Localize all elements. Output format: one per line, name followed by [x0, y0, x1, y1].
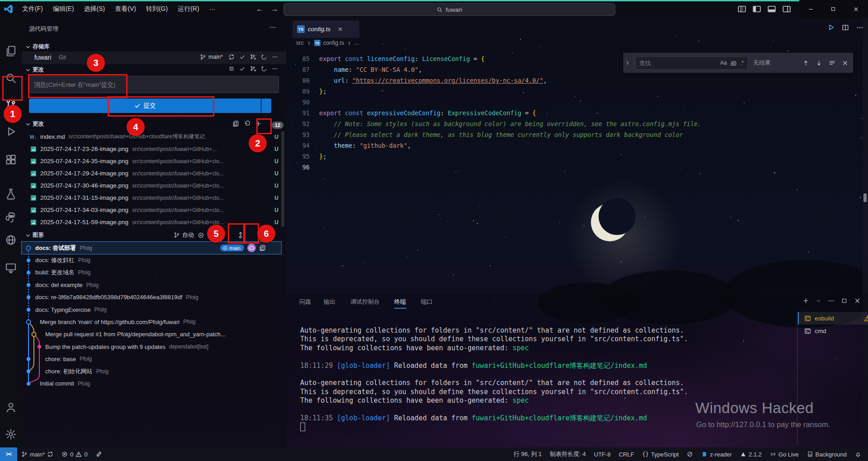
- rocket-status[interactable]: [92, 447, 106, 461]
- sidebar-scrollbar[interactable]: [281, 131, 284, 227]
- branch-icon[interactable]: [200, 54, 206, 60]
- files-icon[interactable]: [5, 45, 17, 57]
- section-repositories[interactable]: 存储库: [25, 43, 50, 51]
- close-icon[interactable]: [854, 297, 861, 304]
- encoding[interactable]: UTF-8: [590, 447, 615, 461]
- file-row-2025-07-24-17-31-15-image.png[interactable]: 2025-07-24-17-31-15-image.pngsrc\content…: [22, 192, 286, 204]
- activity-item-scm[interactable]: 12: [0, 94, 22, 115]
- file-row-2025-07-24-17-34-03-image.png[interactable]: 2025-07-24-17-34-03-image.pngsrc\content…: [22, 204, 286, 216]
- rocket-icon[interactable]: [96, 451, 102, 457]
- commit-dropdown-button[interactable]: [261, 99, 271, 113]
- commit-row-8[interactable]: Bump the patch-updates group with 9 upda…: [22, 340, 286, 353]
- activity-item-globe[interactable]: [0, 230, 22, 250]
- commit-row-7[interactable]: Merge pull request #1 from Pfolg/dependa…: [22, 328, 286, 340]
- go-live[interactable]: Go Live: [766, 447, 803, 461]
- commit-button[interactable]: 提交: [29, 99, 261, 113]
- terminal-instance-cmd[interactable]: cmd: [798, 325, 868, 337]
- branch-plus-icon[interactable]: [250, 66, 256, 72]
- menu-item-4[interactable]: 转到(G): [141, 3, 173, 15]
- commit-row-4[interactable]: docs: re-3f6b7a98428dfb05398d79b4024646e…: [22, 291, 286, 303]
- nav-forward-icon[interactable]: →: [271, 5, 278, 14]
- bell-icon[interactable]: [855, 451, 861, 457]
- refresh-icon[interactable]: [261, 66, 267, 72]
- activity-item-account[interactable]: [0, 397, 22, 418]
- diff-multiple-icon[interactable]: [259, 245, 266, 251]
- chevron-down-icon[interactable]: [816, 298, 821, 303]
- warning-icon[interactable]: [75, 451, 82, 457]
- branch-badge-main[interactable]: main: [220, 245, 244, 251]
- remote-indicator[interactable]: ><: [0, 447, 17, 461]
- language-mode[interactable]: {}TypeScript: [638, 447, 683, 461]
- breadcrumb-file[interactable]: config.ts: [323, 40, 344, 46]
- notifications[interactable]: [851, 447, 865, 461]
- layout-bottom-icon[interactable]: [767, 5, 776, 14]
- repo-row-fuwari[interactable]: fuwari Git main*: [22, 52, 286, 64]
- activity-item-debug[interactable]: [0, 121, 22, 142]
- panel-tab-调试控制台[interactable]: 调试控制台: [350, 298, 380, 306]
- broadcast-icon[interactable]: [770, 451, 776, 457]
- split-icon[interactable]: [842, 24, 849, 31]
- extensions-icon[interactable]: [5, 154, 17, 165]
- breadcrumb-symbol[interactable]: ...: [354, 40, 359, 46]
- commit-message-input[interactable]: [29, 76, 279, 93]
- section-changes-outer[interactable]: 更改: [25, 66, 44, 74]
- discard-icon[interactable]: [244, 120, 250, 127]
- layout-left-icon[interactable]: [752, 5, 761, 14]
- branch-icon[interactable]: [174, 232, 180, 238]
- close-icon[interactable]: [337, 26, 343, 32]
- plus-icon[interactable]: [255, 120, 262, 127]
- file-row-index.md[interactable]: M↓index.mdsrc\content\posts\fuwari+GitHu…: [22, 131, 286, 143]
- scrollbar-thumb[interactable]: [863, 193, 867, 202]
- account-icon[interactable]: [5, 401, 17, 413]
- activity-item-gear[interactable]: [0, 424, 22, 445]
- activity-item-search[interactable]: [0, 68, 22, 89]
- commit-row-9[interactable]: chore: basePfolg: [22, 353, 286, 365]
- commit-row-11[interactable]: Initial commitPfolg: [22, 377, 286, 390]
- menu-item-1[interactable]: 编辑(E): [48, 3, 79, 15]
- terminal-instance-esbuild[interactable]: esbuild: [798, 312, 868, 325]
- push-icon[interactable]: [237, 231, 244, 239]
- warning-icon[interactable]: [864, 315, 868, 322]
- target-icon[interactable]: [198, 232, 204, 239]
- file-row-2025-07-24-17-51-59-image.png[interactable]: 2025-07-24-17-51-59-image.pngsrc\content…: [22, 216, 286, 228]
- commit-row-10[interactable]: chore: 初始化网站Pfolg: [22, 365, 286, 377]
- more-icon[interactable]: [828, 297, 835, 304]
- panel-tab-终端[interactable]: 终端: [394, 298, 406, 306]
- slash-icon[interactable]: [687, 451, 693, 457]
- branch-plus-icon[interactable]: [250, 54, 256, 60]
- commit-row-0[interactable]: docs: 尝试部署Pfolgmain: [22, 242, 281, 254]
- menu-item-5[interactable]: 运行(R): [173, 3, 204, 15]
- python-icon[interactable]: [5, 212, 17, 223]
- plus-icon[interactable]: [802, 297, 809, 304]
- activity-item-files[interactable]: [0, 41, 22, 61]
- triangle-icon[interactable]: [740, 451, 746, 457]
- cloud-badge[interactable]: [247, 244, 256, 252]
- list-icon[interactable]: [228, 66, 235, 72]
- graph-auto-label[interactable]: 自动: [182, 231, 194, 239]
- layout-right-icon[interactable]: [782, 5, 791, 14]
- indentation[interactable]: 制表符长度: 4: [546, 447, 590, 461]
- version[interactable]: 2.1.2: [736, 447, 766, 461]
- activity-item-extensions[interactable]: [0, 149, 22, 170]
- check-icon[interactable]: [239, 54, 245, 60]
- check-icon[interactable]: [239, 66, 245, 72]
- breadcrumb-src[interactable]: src: [296, 40, 304, 46]
- panel-tab-问题[interactable]: 问题: [299, 298, 311, 306]
- commit-row-1[interactable]: docs: 修改斜杠Pfolg: [22, 254, 286, 266]
- cursor-position[interactable]: 行 96, 列 1: [509, 447, 546, 461]
- refresh-icon[interactable]: [261, 54, 267, 60]
- more-icon[interactable]: [272, 66, 278, 72]
- branch-status[interactable]: main*: [17, 447, 57, 461]
- search-icon[interactable]: [5, 72, 17, 84]
- file-row-2025-07-24-17-24-35-image.png[interactable]: 2025-07-24-17-24-35-image.pngsrc\content…: [22, 155, 286, 167]
- activity-item-device[interactable]: [0, 258, 22, 278]
- sync-icon[interactable]: [228, 54, 235, 60]
- file-bg-icon[interactable]: [807, 451, 813, 457]
- close-button[interactable]: [844, 0, 867, 18]
- more-icon[interactable]: [269, 24, 276, 31]
- menu-item-2[interactable]: 选择(S): [79, 3, 110, 15]
- device-icon[interactable]: [5, 262, 17, 274]
- panel-tab-端口[interactable]: 端口: [421, 298, 433, 306]
- menu-item-6[interactable]: ···: [204, 4, 221, 14]
- problems-status[interactable]: 00: [57, 447, 91, 461]
